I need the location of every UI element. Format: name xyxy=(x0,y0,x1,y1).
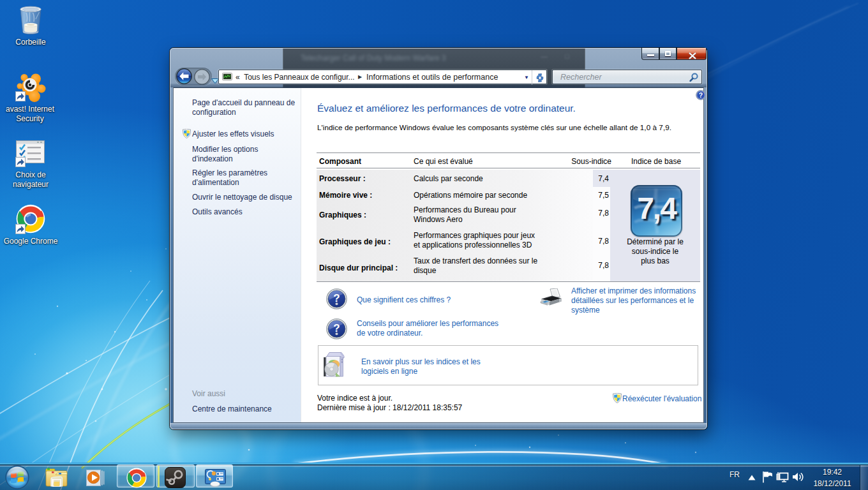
svg-text:?: ? xyxy=(699,91,703,99)
svg-text:?: ? xyxy=(333,292,340,304)
svg-text:?: ? xyxy=(333,322,340,334)
